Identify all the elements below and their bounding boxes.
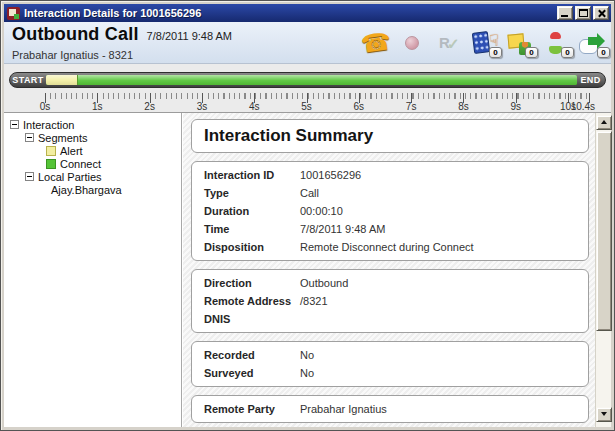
call-datetime: 7/8/2011 9:48 AM (147, 30, 232, 42)
field-label: Remote Party (204, 403, 300, 415)
tree-label: Alert (60, 145, 83, 157)
summary-row: Remote Address/8321 (192, 292, 588, 310)
notes-button[interactable]: 0 (471, 28, 497, 58)
field-value: No (300, 349, 314, 361)
summary-row: DirectionOutbound (192, 274, 588, 292)
field-label: Surveyed (204, 367, 300, 379)
field-label: Type (204, 187, 300, 199)
field-value: /8321 (300, 295, 328, 307)
title-bar[interactable]: Interaction Details for 1001656296 (4, 4, 611, 22)
timeline-ruler: 0s1s2s3s4s5s6s7s8s9s10s10.4s (45, 93, 589, 111)
arrow-down-icon (601, 412, 607, 416)
contact-count-badge: 0 (525, 47, 538, 58)
connect-segment-swatch-icon (46, 159, 56, 169)
field-label: Duration (204, 205, 300, 217)
summary-row: Remote PartyPrabahar Ignatius (192, 400, 588, 418)
call-header-text: Outbound Call7/8/2011 9:48 AM (12, 24, 232, 45)
field-value: Call (300, 187, 319, 199)
alert-segment-swatch-icon (46, 146, 56, 156)
vertical-scrollbar[interactable] (595, 113, 611, 427)
tree-item-segments[interactable]: Segments (4, 131, 181, 144)
tree-label: Local Parties (38, 171, 102, 183)
timeline-end-handle[interactable]: END (576, 73, 605, 87)
status-button[interactable]: 0 (543, 28, 569, 58)
tree-label: Ajay.Bhargava (51, 184, 122, 196)
app-icon[interactable] (7, 7, 20, 20)
timeline-strip: START END 0s1s2s3s4s5s6s7s8s9s10s10.4s (4, 64, 611, 113)
forward-count-badge: 0 (597, 47, 610, 58)
field-label: Direction (204, 277, 300, 289)
summary-title: Interaction Summary (204, 126, 373, 146)
ruler-label: 4s (249, 101, 260, 112)
collapse-icon[interactable] (25, 172, 34, 181)
tree-item-party[interactable]: Ajay.Bhargava (4, 183, 181, 196)
field-label: Remote Address (204, 295, 300, 307)
field-value: Prabahar Ignatius (300, 403, 387, 415)
call-party-line: Prabahar Ignatius - 8321 (12, 49, 133, 61)
maximize-button[interactable] (575, 6, 591, 20)
segment-connect[interactable] (77, 75, 577, 85)
interaction-tree: Interaction Segments Alert Connect Local… (4, 113, 182, 427)
field-value: 00:00:10 (300, 205, 343, 217)
collapse-icon[interactable] (25, 133, 34, 142)
minimize-button[interactable] (557, 6, 573, 20)
tree-item-local-parties[interactable]: Local Parties (4, 170, 181, 183)
playback-check-icon (438, 34, 458, 52)
field-value: Remote Disconnect during Connect (300, 241, 474, 253)
ruler-label: 8s (458, 101, 469, 112)
summary-row: DispositionRemote Disconnect during Conn… (192, 238, 588, 256)
summary-card: Remote PartyPrabahar Ignatius (191, 395, 589, 423)
field-label: Interaction ID (204, 169, 300, 181)
ruler-label: 1s (92, 101, 103, 112)
field-label: Disposition (204, 241, 300, 253)
summary-row: RecordedNo (192, 346, 588, 364)
summary-cards: Interaction ID1001656296TypeCallDuration… (191, 161, 589, 427)
segment-alert[interactable] (46, 75, 77, 85)
scrollbar-thumb[interactable] (596, 131, 612, 331)
window-title: Interaction Details for 1001656296 (24, 7, 557, 19)
arrow-up-icon (601, 120, 607, 124)
phone-button[interactable]: ☎ (363, 28, 389, 58)
summary-row: Duration00:00:10 (192, 202, 588, 220)
ruler-label: 6s (354, 101, 365, 112)
notes-count-badge: 0 (489, 47, 502, 58)
field-value: 7/8/2011 9:48 AM (300, 223, 385, 235)
timeline-track[interactable] (46, 75, 577, 85)
record-button[interactable] (399, 28, 425, 58)
ruler-label: 0s (40, 101, 51, 112)
call-toolbar: ☎ 0 0 0 0 (363, 26, 605, 60)
ruler-label: 10.4s (571, 101, 595, 112)
summary-row: SurveyedNo (192, 364, 588, 382)
minimize-icon (561, 15, 568, 17)
summary-panel: Interaction Summary Interaction ID100165… (183, 113, 595, 427)
collapse-icon[interactable] (10, 120, 19, 129)
close-button[interactable] (593, 6, 609, 20)
maximize-icon (579, 9, 588, 17)
field-label: Recorded (204, 349, 300, 361)
tree-label: Interaction (23, 119, 74, 131)
tree-item-alert[interactable]: Alert (4, 144, 181, 157)
scroll-up-button[interactable] (596, 115, 612, 130)
field-label: Time (204, 223, 300, 235)
timeline-bar[interactable]: START END (9, 72, 606, 88)
tree-item-connect[interactable]: Connect (4, 157, 181, 170)
field-value: No (300, 367, 314, 379)
tree-item-interaction[interactable]: Interaction (4, 118, 181, 131)
interaction-details-window: Interaction Details for 1001656296 Outbo… (0, 0, 615, 431)
ruler-label: 3s (197, 101, 208, 112)
summary-row: DNIS (192, 310, 588, 328)
field-value: 1001656296 (300, 169, 361, 181)
summary-card: Interaction ID1001656296TypeCallDuration… (191, 161, 589, 261)
ruler-label: 5s (301, 101, 312, 112)
timeline-start-handle[interactable]: START (10, 73, 46, 87)
summary-card: DirectionOutboundRemote Address/8321DNIS (191, 269, 589, 333)
contact-button[interactable]: 0 (507, 28, 533, 58)
call-header: Outbound Call7/8/2011 9:48 AM Prabahar I… (4, 22, 611, 64)
scroll-down-button[interactable] (596, 407, 612, 422)
tree-label: Connect (60, 158, 101, 170)
ruler-label: 2s (144, 101, 155, 112)
forward-button[interactable]: 0 (579, 28, 605, 58)
playback-button[interactable] (435, 28, 461, 58)
content-area: Interaction Segments Alert Connect Local… (4, 113, 611, 427)
summary-row: Interaction ID1001656296 (192, 166, 588, 184)
